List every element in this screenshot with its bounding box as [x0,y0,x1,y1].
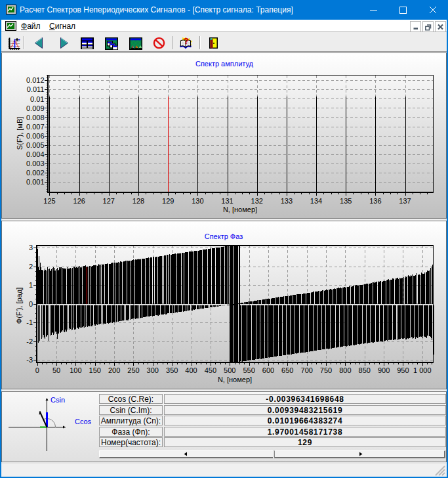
svg-text:800: 800 [339,366,351,374]
svg-text:0.012: 0.012 [26,76,45,84]
svg-text:0.011: 0.011 [27,85,45,93]
svg-text:900: 900 [378,366,390,374]
svg-text:1: 1 [29,281,33,289]
svg-text:0: 0 [35,366,39,374]
svg-text:150: 150 [89,366,101,374]
svg-text:-2: -2 [26,337,33,345]
svg-text:0: 0 [29,300,33,308]
svg-text:Ф(F'), [рад]: Ф(F'), [рад] [15,288,23,324]
svg-text:0.01: 0.01 [30,95,44,103]
svg-text:700: 700 [301,366,313,374]
svg-text:135: 135 [340,197,352,205]
svg-text:100: 100 [70,366,81,374]
svg-text:128: 128 [132,197,144,205]
svg-text:0.009: 0.009 [26,104,45,112]
svg-text:-3: -3 [26,356,33,364]
svg-text:136: 136 [369,197,381,205]
svg-text:137: 137 [399,197,411,205]
svg-text:50: 50 [52,366,60,374]
svg-text:600: 600 [262,366,274,374]
svg-text:-1: -1 [26,318,33,326]
svg-text:0.002: 0.002 [26,169,45,177]
svg-text:126: 126 [73,197,85,205]
svg-text:134: 134 [310,197,322,205]
svg-text:127: 127 [103,197,115,205]
svg-text:130: 130 [192,197,203,205]
svg-text:0.004: 0.004 [26,150,45,158]
svg-text:200: 200 [108,366,120,374]
svg-text:300: 300 [147,366,159,374]
svg-text:0.001: 0.001 [26,178,45,186]
svg-text:1 000: 1 000 [413,366,432,374]
svg-text:650: 650 [281,366,293,374]
svg-text:S(F'), [мВ]: S(F'), [мВ] [16,117,24,150]
svg-text:133: 133 [281,197,293,205]
svg-text:550: 550 [243,366,255,374]
svg-text:3: 3 [29,244,33,251]
svg-text:450: 450 [205,366,216,374]
svg-text:0.005: 0.005 [26,141,45,149]
svg-text:N, [номер]: N, [номер] [218,376,252,383]
svg-text:500: 500 [224,366,235,374]
svg-text:2: 2 [29,263,33,271]
svg-text:750: 750 [320,366,332,374]
svg-text:350: 350 [166,366,178,374]
svg-text:0.007: 0.007 [26,123,45,131]
svg-text:250: 250 [127,366,139,374]
svg-text:0.008: 0.008 [26,114,45,121]
svg-text:N, [номер]: N, [номер] [223,206,257,213]
svg-text:400: 400 [185,366,197,374]
svg-text:850: 850 [359,366,371,374]
svg-text:129: 129 [162,197,174,205]
svg-text:?: ? [184,37,188,46]
svg-text:0.003: 0.003 [26,160,45,167]
svg-text:132: 132 [251,197,263,205]
svg-text:Спектр амплитуд: Спектр амплитуд [195,60,254,68]
svg-text:Спектр Фаз: Спектр Фаз [205,232,243,240]
svg-text:0.006: 0.006 [26,132,45,140]
svg-text:125: 125 [43,197,55,205]
svg-text:131: 131 [221,197,233,205]
svg-text:950: 950 [397,366,409,374]
